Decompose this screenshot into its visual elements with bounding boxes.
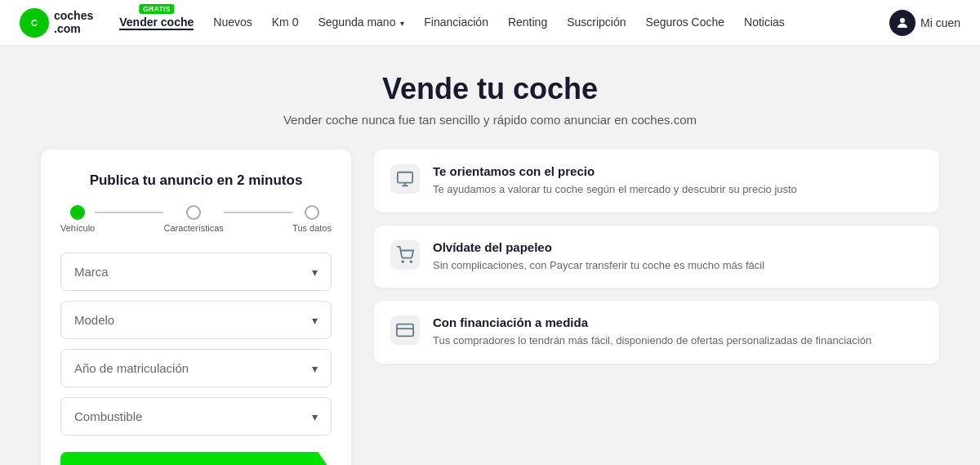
nav-item-segunda-mano[interactable]: Segunda mano ▾ [318, 16, 404, 30]
modelo-dropdown-label: Modelo [74, 313, 114, 327]
step-label-vehiculo: Vehículo [60, 223, 95, 233]
nav-item-km0[interactable]: Km 0 [272, 16, 299, 30]
combustible-dropdown-label: Combustible [74, 409, 142, 423]
header: C coches .com GRATIS Vender coche Nuevos… [0, 0, 980, 46]
step-circle-tus-datos [305, 205, 319, 220]
user-menu[interactable]: Mi cuen [889, 10, 960, 36]
step-circle-caracteristicas [186, 205, 201, 220]
precio-icon [390, 164, 420, 194]
chevron-down-icon: ▾ [312, 314, 318, 327]
info-content-financiacion: Con financiación a medida Tus compradore… [433, 315, 871, 349]
step-circle-vehiculo [70, 205, 85, 220]
step-vehiculo: Vehículo [60, 205, 95, 233]
hero-section: Vende tu coche Vender coche nunca fue ta… [20, 72, 960, 127]
svg-rect-1 [398, 172, 412, 183]
svg-point-5 [410, 261, 412, 262]
financiacion-icon [390, 315, 420, 345]
main-nav: GRATIS Vender coche Nuevos Km 0 Segunda … [119, 16, 889, 30]
info-desc-financiacion: Tus compradores lo tendrán más fácil, di… [433, 333, 871, 349]
logo-icon: C [20, 8, 49, 38]
step-label-tus-datos: Tus datos [292, 223, 332, 233]
modelo-dropdown[interactable]: Modelo ▾ [60, 301, 332, 339]
info-card-precio: Te orientamos con el precio Te ayudamos … [374, 150, 939, 212]
nav-item-seguros[interactable]: Seguros Coche [646, 16, 725, 30]
info-card-papeleo: Olvídate del papeleo Sin complicaciones,… [374, 226, 939, 288]
papeleo-icon [390, 240, 420, 270]
form-card: Publica tu anuncio en 2 minutos Vehículo… [41, 150, 351, 465]
info-content-papeleo: Olvídate del papeleo Sin complicaciones,… [433, 240, 764, 274]
info-cards-section: Te orientamos con el precio Te ayudamos … [374, 150, 939, 364]
info-desc-precio: Te ayudamos a valorar tu coche según el … [433, 181, 797, 198]
info-title-precio: Te orientamos con el precio [433, 164, 797, 178]
svg-point-4 [402, 261, 403, 262]
anio-dropdown-label: Año de matriculación [74, 361, 189, 375]
nav-item-financiacion[interactable]: Financiación [424, 16, 488, 30]
form-card-title: Publica tu anuncio en 2 minutos [60, 172, 332, 189]
combustible-dropdown[interactable]: Combustible ▾ [60, 397, 332, 436]
marca-dropdown-label: Marca [74, 265, 109, 279]
step-label-caracteristicas: Características [163, 223, 223, 233]
user-avatar-icon [889, 10, 915, 36]
nav-item-noticias[interactable]: Noticias [744, 16, 785, 30]
content-row: Publica tu anuncio en 2 minutos Vehículo… [41, 150, 939, 465]
info-content-precio: Te orientamos con el precio Te ayudamos … [433, 164, 797, 198]
step-line-1 [95, 212, 163, 213]
info-title-financiacion: Con financiación a medida [433, 315, 871, 329]
logo-text: coches .com [54, 10, 93, 35]
anio-dropdown[interactable]: Año de matriculación ▾ [60, 349, 332, 387]
main-content: Vende tu coche Vender coche nunca fue ta… [0, 46, 980, 465]
nav-item-suscripcion[interactable]: Suscripción [567, 16, 626, 30]
info-desc-papeleo: Sin complicaciones, con Paycar transferi… [433, 257, 764, 274]
chevron-down-icon: ▾ [312, 266, 318, 279]
step-tus-datos: Tus datos [292, 205, 332, 233]
logo[interactable]: C coches .com [20, 8, 93, 38]
gratis-badge: GRATIS [139, 4, 174, 14]
page-title: Vende tu coche [20, 72, 960, 106]
user-label: Mi cuen [920, 16, 960, 29]
step-line-2 [224, 212, 292, 213]
nav-item-nuevos[interactable]: Nuevos [213, 16, 252, 30]
svg-rect-6 [397, 324, 413, 337]
stepper: Vehículo Características Tus datos [60, 205, 332, 233]
info-title-papeleo: Olvídate del papeleo [433, 240, 764, 254]
page-subtitle: Vender coche nunca fue tan sencillo y rá… [20, 113, 960, 127]
nav-item-vender-coche[interactable]: GRATIS Vender coche [119, 16, 194, 30]
continue-button[interactable]: CONTINUAR [60, 452, 332, 465]
chevron-down-icon: ▾ [400, 19, 404, 28]
chevron-down-icon: ▾ [312, 362, 318, 375]
step-caracteristicas: Características [163, 205, 223, 233]
svg-point-0 [900, 18, 905, 23]
marca-dropdown[interactable]: Marca ▾ [60, 253, 332, 291]
chevron-down-icon: ▾ [312, 410, 318, 423]
nav-item-renting[interactable]: Renting [508, 16, 547, 30]
info-card-financiacion: Con financiación a medida Tus compradore… [374, 301, 939, 364]
